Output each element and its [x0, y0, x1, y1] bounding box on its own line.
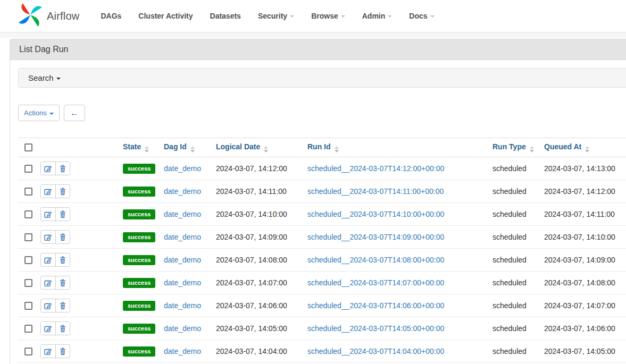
search-toggle[interactable]: Search	[18, 68, 626, 88]
run-id-link[interactable]: scheduled__2024-03-07T14:09:00+00:00	[307, 233, 444, 241]
edit-button[interactable]	[41, 345, 55, 358]
row-actions-cell	[40, 272, 123, 294]
edit-button[interactable]	[41, 231, 55, 243]
logical-date-cell: 2024-03-07, 14:08:00	[216, 249, 307, 272]
delete-button[interactable]	[55, 345, 70, 358]
delete-button[interactable]	[55, 162, 70, 175]
edit-pencil-icon	[44, 302, 52, 310]
run-id-link[interactable]: scheduled__2024-03-07T14:07:00+00:00	[307, 278, 444, 287]
queued-at-cell: 2024-03-07, 14:11:00	[544, 203, 626, 226]
edit-button[interactable]	[41, 299, 55, 312]
nav-item-docs[interactable]: Docs	[400, 6, 443, 26]
delete-button[interactable]	[55, 208, 70, 221]
edit-button[interactable]	[41, 162, 55, 175]
column-header-run-type[interactable]: Run Type	[493, 138, 544, 157]
column-header-queued-at[interactable]: Queued At	[544, 138, 626, 157]
delete-button[interactable]	[55, 185, 70, 198]
run-id-cell: scheduled__2024-03-07T14:07:00+00:00	[307, 272, 493, 294]
trash-icon	[59, 210, 66, 218]
nav-item-admin[interactable]: Admin	[354, 6, 401, 26]
edit-pencil-icon	[44, 256, 52, 264]
dag-id-link[interactable]: date_demo	[164, 347, 201, 355]
dag-id-link[interactable]: date_demo	[164, 164, 201, 173]
dag-id-link[interactable]: date_demo	[164, 324, 201, 333]
actions-column-header	[40, 138, 123, 157]
status-badge: success	[123, 301, 155, 311]
dag-id-link[interactable]: date_demo	[164, 233, 201, 241]
row-checkbox[interactable]	[24, 188, 32, 196]
row-checkbox[interactable]	[24, 233, 32, 241]
edit-button[interactable]	[41, 253, 55, 266]
run-id-link[interactable]: scheduled__2024-03-07T14:12:00+00:00	[307, 164, 444, 173]
run-id-cell: scheduled__2024-03-07T14:06:00+00:00	[307, 294, 493, 317]
dag-id-cell: date_demo	[164, 157, 216, 180]
row-actions-cell	[40, 249, 123, 272]
run-id-cell: scheduled__2024-03-07T14:11:00+00:00	[307, 180, 493, 203]
delete-button[interactable]	[55, 253, 70, 266]
back-button[interactable]: ←	[64, 105, 85, 121]
state-cell: success	[123, 203, 164, 226]
run-id-link[interactable]: scheduled__2024-03-07T14:08:00+00:00	[307, 256, 444, 264]
delete-button[interactable]	[55, 231, 70, 243]
row-checkbox[interactable]	[24, 256, 32, 264]
row-checkbox[interactable]	[24, 302, 32, 310]
run-id-link[interactable]: scheduled__2024-03-07T14:11:00+00:00	[307, 187, 444, 196]
dag-id-link[interactable]: date_demo	[164, 278, 201, 287]
column-header-logical-date[interactable]: Logical Date	[216, 138, 307, 157]
nav-item-browse[interactable]: Browse	[303, 6, 354, 26]
status-badge: success	[123, 187, 155, 197]
row-actions-cell	[40, 340, 123, 363]
actions-button[interactable]: Actions	[18, 105, 60, 121]
column-header-dag-id[interactable]: Dag Id	[164, 138, 216, 157]
edit-pencil-icon	[44, 165, 52, 173]
edit-button[interactable]	[41, 322, 55, 335]
row-checkbox[interactable]	[24, 165, 32, 173]
trash-icon	[59, 279, 66, 287]
delete-button[interactable]	[55, 322, 70, 335]
state-cell: success	[123, 157, 164, 180]
edit-button[interactable]	[41, 185, 55, 198]
actions-button-label: Actions	[24, 109, 47, 117]
dag-id-link[interactable]: date_demo	[164, 256, 201, 264]
nav-item-dags[interactable]: DAGs	[92, 6, 130, 26]
logical-date-cell: 2024-03-07, 14:11:00	[216, 180, 307, 203]
row-checkbox[interactable]	[24, 279, 32, 287]
row-checkbox[interactable]	[24, 210, 32, 218]
select-all-checkbox[interactable]	[24, 143, 32, 151]
run-id-link[interactable]: scheduled__2024-03-07T14:05:00+00:00	[307, 324, 444, 333]
run-id-link[interactable]: scheduled__2024-03-07T14:04:00+00:00	[307, 347, 444, 355]
chevron-down-icon	[56, 78, 61, 80]
nav-item-security[interactable]: Security	[249, 6, 303, 26]
row-select-cell	[18, 226, 40, 249]
nav-item-datasets[interactable]: Datasets	[202, 6, 249, 26]
column-header-state[interactable]: State	[123, 138, 164, 157]
logical-date-cell: 2024-03-07, 14:12:00	[216, 157, 307, 180]
edit-button[interactable]	[41, 276, 55, 289]
airflow-brand[interactable]: Airflow	[18, 3, 79, 29]
edit-pencil-icon	[44, 348, 52, 355]
delete-button[interactable]	[55, 276, 70, 289]
edit-pencil-icon	[44, 233, 52, 241]
row-select-cell	[18, 249, 40, 272]
page-substrip	[0, 32, 626, 38]
nav-item-cluster-activity[interactable]: Cluster Activity	[130, 6, 201, 26]
edit-button[interactable]	[41, 208, 55, 221]
table-header-row: State Dag Id Logical Date Run Id Run Typ…	[18, 138, 626, 157]
delete-button[interactable]	[55, 299, 70, 312]
row-checkbox[interactable]	[24, 348, 32, 355]
row-checkbox[interactable]	[24, 325, 32, 333]
dag-id-cell: date_demo	[164, 226, 216, 249]
run-type-cell: scheduled	[493, 272, 544, 294]
sort-icon	[530, 146, 534, 153]
dag-id-link[interactable]: date_demo	[164, 210, 201, 218]
dag-id-cell: date_demo	[164, 317, 216, 340]
run-id-link[interactable]: scheduled__2024-03-07T14:10:00+00:00	[307, 210, 444, 218]
toolbar: Actions ←	[18, 105, 626, 121]
run-id-link[interactable]: scheduled__2024-03-07T14:06:00+00:00	[307, 301, 444, 310]
dag-id-link[interactable]: date_demo	[164, 301, 201, 310]
page-title: List Dag Run	[10, 39, 626, 60]
queued-at-cell: 2024-03-07, 14:09:00	[544, 249, 626, 272]
column-header-run-id[interactable]: Run Id	[307, 138, 493, 157]
top-navbar: Airflow DAGsCluster ActivityDatasetsSecu…	[0, 0, 626, 32]
dag-id-link[interactable]: date_demo	[164, 187, 201, 196]
